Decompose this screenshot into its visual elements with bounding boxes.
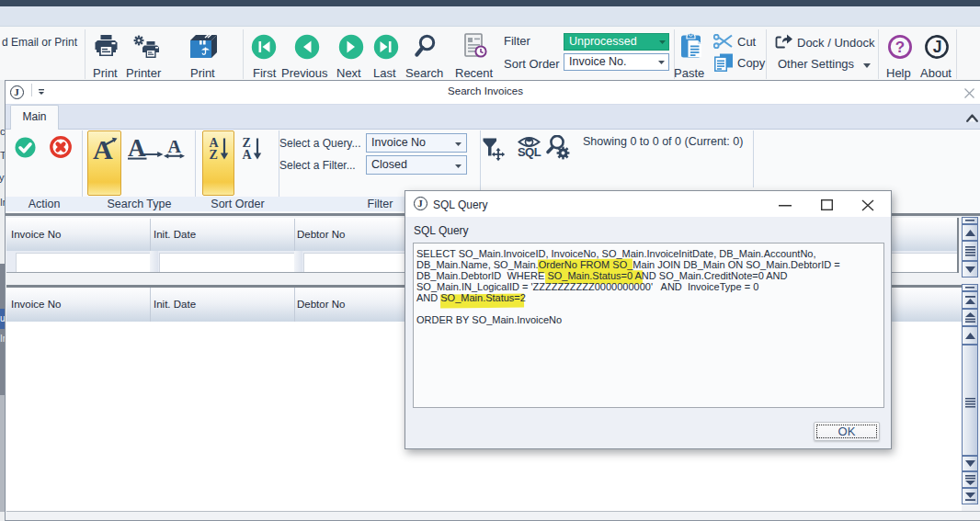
svg-text:?: ? — [895, 39, 905, 56]
svg-text:Z: Z — [210, 148, 218, 162]
svg-text:J: J — [933, 38, 942, 56]
svg-text:SQL: SQL — [518, 145, 541, 159]
svg-text:A: A — [168, 141, 182, 156]
svg-text:A: A — [93, 134, 113, 161]
svg-text:A: A — [243, 148, 253, 162]
